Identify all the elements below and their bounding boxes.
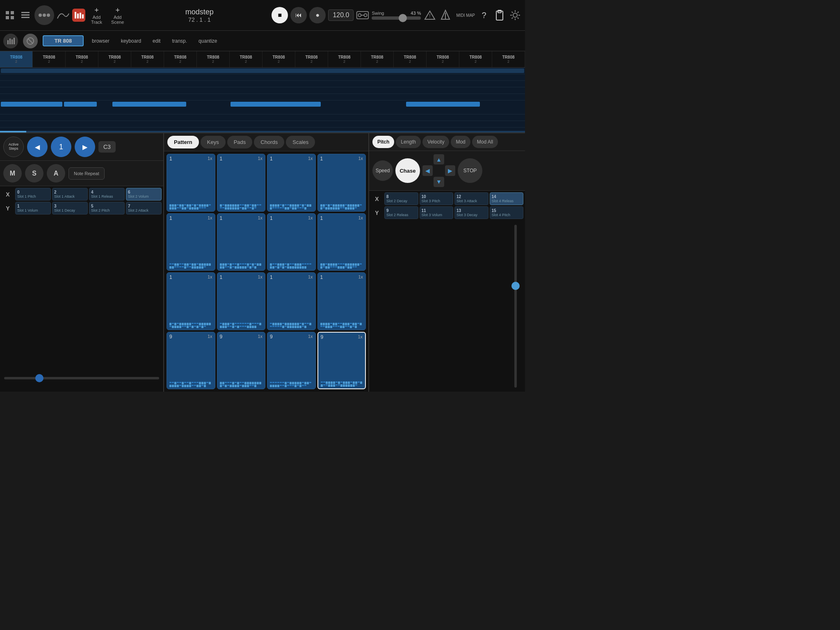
pattern-cell-9[interactable]: 1 1x	[217, 272, 266, 330]
pattern-cell-1[interactable]: 1 1x	[217, 154, 266, 212]
swing-thumb[interactable]	[399, 14, 407, 22]
pattern-cell-13[interactable]: 9 1x	[217, 332, 266, 390]
rmod-slot-bot-1[interactable]: 11Slot 3 Volum	[420, 206, 454, 219]
next-step-button[interactable]: ▶	[75, 137, 95, 157]
pattern-cell-15[interactable]: 9 1x	[317, 332, 366, 390]
mod-slot-top-1[interactable]: 2Slot 1 Attack	[52, 188, 88, 201]
rmod-slot-bot-0[interactable]: 9Slot 2 Releas	[384, 206, 418, 219]
speed-button[interactable]: Speed	[372, 160, 393, 181]
pattern-cell-0[interactable]: 1 1x	[167, 154, 215, 212]
h-fader-thumb-left[interactable]	[35, 374, 43, 382]
v-fader-thumb-right[interactable]	[511, 282, 520, 290]
vertical-fader-right[interactable]	[514, 225, 517, 388]
quantize-btn[interactable]: quantize	[195, 37, 220, 46]
tab-chords[interactable]: Chords	[254, 136, 284, 148]
pattern-cell-10[interactable]: 1 1x	[267, 272, 316, 330]
right-tab-pitch[interactable]: Pitch	[372, 136, 394, 148]
stop-button-right[interactable]: STOP	[458, 158, 482, 183]
pattern-cell-6[interactable]: 1 1x	[267, 213, 316, 271]
metronome-icon[interactable]	[439, 9, 452, 22]
track-header-6[interactable]: TR8082	[197, 51, 230, 67]
mod-slot-bot-3[interactable]: 7Slot 2 Attack	[126, 202, 162, 215]
prev-step-button[interactable]: ◀	[27, 137, 48, 157]
tab-pads[interactable]: Pads	[227, 136, 253, 148]
dots-menu-button[interactable]	[34, 5, 54, 25]
s-button[interactable]: S	[25, 164, 43, 183]
transp-btn[interactable]: transp.	[169, 37, 190, 46]
track-header-5[interactable]: TR8082	[164, 51, 197, 67]
fader-area-left[interactable]	[0, 216, 163, 392]
track-header-12[interactable]: TR8082	[394, 51, 427, 67]
mixer-icon-btn[interactable]	[3, 34, 18, 48]
chase-button[interactable]: Chase	[395, 158, 420, 183]
up-arrow-button[interactable]: ▲	[434, 154, 444, 164]
track-display[interactable]: TR 808	[43, 35, 84, 46]
track-header-2[interactable]: TR8082	[66, 51, 98, 67]
pattern-cell-5[interactable]: 1 1x	[217, 213, 266, 271]
track-header-13[interactable]: TR8082	[427, 51, 459, 67]
settings-icon[interactable]	[509, 9, 522, 22]
rmod-slot-top-0[interactable]: 8Slot 2 Decay	[384, 192, 418, 205]
track-header-7[interactable]: TR8082	[230, 51, 262, 67]
stop-button[interactable]: ■	[272, 7, 288, 23]
step-count-button[interactable]: 1	[51, 137, 71, 157]
fader-area-right[interactable]	[369, 221, 525, 392]
right-tab-length[interactable]: Length	[396, 136, 421, 148]
drum-icon[interactable]	[72, 9, 85, 22]
track-header-1[interactable]: TR8082	[33, 51, 66, 67]
tab-keys[interactable]: Keys	[201, 136, 226, 148]
track-header-11[interactable]: TR8082	[361, 51, 394, 67]
track-header-3[interactable]: TR8082	[98, 51, 131, 67]
pattern-cell-7[interactable]: 1 1x	[317, 213, 366, 271]
grid-icon[interactable]	[3, 9, 16, 22]
rmod-slot-bot-2[interactable]: 13Slot 3 Decay	[454, 206, 488, 219]
mod-slot-bot-1[interactable]: 3Slot 1 Decay	[52, 202, 88, 215]
pattern-cell-12[interactable]: 9 1x	[167, 332, 215, 390]
right-tab-mod[interactable]: Mod	[451, 136, 470, 148]
bpm-display[interactable]: 120.0	[328, 9, 354, 21]
add-track-button[interactable]: modstep + Add Track	[88, 5, 105, 26]
keyboard-btn[interactable]: keyboard	[118, 37, 144, 46]
track-header-10[interactable]: TR8082	[328, 51, 361, 67]
warning-icon[interactable]: !	[423, 9, 436, 22]
track-header-14[interactable]: TR8082	[459, 51, 492, 67]
horizontal-fader-left[interactable]	[4, 377, 159, 379]
record-button[interactable]: ●	[309, 7, 326, 23]
cassette-icon[interactable]	[356, 9, 369, 22]
track-header-15[interactable]: TR8082	[492, 51, 525, 67]
track-header-9[interactable]: TR8082	[295, 51, 328, 67]
tab-scales[interactable]: Scales	[286, 136, 315, 148]
curve-icon[interactable]	[57, 9, 70, 22]
swing-slider[interactable]	[372, 16, 421, 20]
rmod-slot-top-3[interactable]: 14Slot 4 Releas	[490, 192, 524, 205]
pattern-cell-3[interactable]: 1 1x	[317, 154, 366, 212]
track-header-4[interactable]: TR8082	[131, 51, 164, 67]
pattern-cell-4[interactable]: 1 1x	[167, 213, 215, 271]
rmod-slot-top-2[interactable]: 12Slot 3 Attack	[454, 192, 488, 205]
list-icon[interactable]	[19, 9, 32, 22]
pattern-cell-11[interactable]: 1 1x	[317, 272, 366, 330]
clipboard-icon[interactable]	[493, 9, 506, 22]
right-tab-mod-all[interactable]: Mod All	[472, 136, 498, 148]
mute-icon-btn[interactable]	[23, 34, 38, 48]
tab-pattern[interactable]: Pattern	[167, 136, 199, 148]
pattern-cell-2[interactable]: 1 1x	[267, 154, 316, 212]
rewind-button[interactable]: ⏮	[290, 7, 307, 23]
add-scene-button[interactable]: + Add Scene	[108, 5, 127, 26]
pattern-cell-8[interactable]: 1 1x	[167, 272, 215, 330]
rmod-slot-top-1[interactable]: 10Slot 3 Pitch	[420, 192, 454, 205]
active-steps-button[interactable]: Active Steps	[3, 137, 24, 157]
track-header-0[interactable]: TR8082	[0, 51, 33, 67]
mod-slot-top-2[interactable]: 4Slot 1 Releas	[89, 188, 125, 201]
a-button[interactable]: A	[47, 164, 65, 183]
rmod-slot-bot-3[interactable]: 15Slot 4 Pitch	[490, 206, 524, 219]
question-icon[interactable]: ?	[477, 9, 491, 22]
browser-btn[interactable]: browser	[89, 37, 113, 46]
timeline[interactable]	[0, 68, 525, 133]
down-arrow-button[interactable]: ▼	[434, 177, 444, 187]
right-arrow-button[interactable]: ▶	[445, 165, 455, 176]
mod-slot-bot-0[interactable]: 1Slot 1 Volum	[15, 202, 51, 215]
edit-btn[interactable]: edit	[149, 37, 164, 46]
track-header-8[interactable]: TR8082	[262, 51, 295, 67]
note-key-display[interactable]: C3	[98, 141, 116, 153]
